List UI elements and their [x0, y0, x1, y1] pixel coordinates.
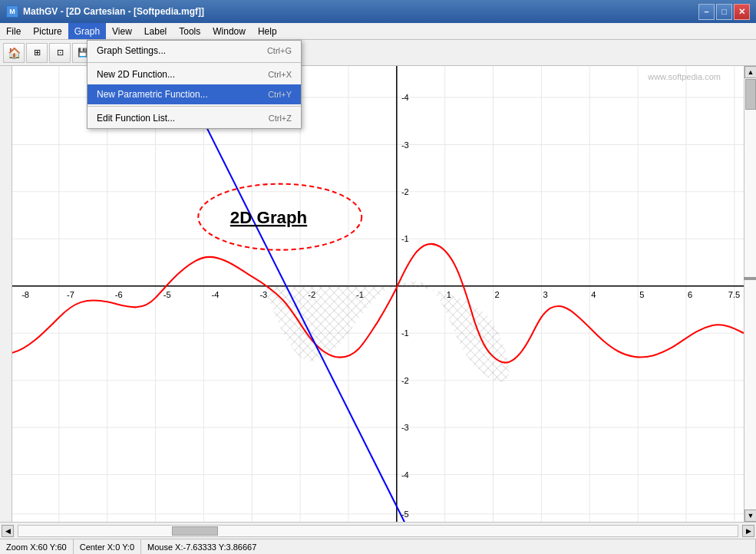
close-button[interactable]: ✕ — [734, 4, 750, 20]
scroll-right-button[interactable]: ▶ — [742, 525, 754, 537]
svg-text:-1: -1 — [401, 328, 409, 338]
dropdown-edit-function-label: Edit Function List... — [97, 113, 175, 124]
maximize-button[interactable]: □ — [716, 4, 732, 20]
svg-text:-4: -4 — [212, 290, 220, 299]
menu-file[interactable]: File — [0, 23, 27, 39]
svg-text:-3: -3 — [401, 423, 409, 432]
svg-text:2: 2 — [495, 290, 500, 299]
menu-window[interactable]: Window — [206, 23, 252, 39]
horizontal-scrollbar[interactable] — [18, 525, 738, 537]
menu-graph[interactable]: Graph — [68, 23, 106, 39]
svg-text:-6: -6 — [115, 290, 123, 299]
svg-text:-5: -5 — [163, 290, 171, 299]
svg-text:-8: -8 — [21, 290, 29, 299]
scroll-up-button[interactable]: ▲ — [744, 66, 756, 78]
title-text: MathGV - [2D Cartesian - [Softpedia.mgf]… — [23, 6, 204, 17]
scroll-track-vertical[interactable] — [744, 78, 756, 509]
svg-text:3: 3 — [543, 290, 547, 299]
dropdown-new-parametric[interactable]: New Parametric Function... Ctrl+Y — [87, 84, 301, 104]
toolbar-new[interactable]: 🏠 — [3, 43, 25, 63]
dropdown-graph-settings-shortcut: Ctrl+G — [267, 46, 292, 55]
scroll-thumb-vertical[interactable] — [745, 79, 756, 110]
menu-picture[interactable]: Picture — [27, 23, 68, 39]
minimize-button[interactable]: – — [698, 4, 715, 20]
menu-view[interactable]: View — [106, 23, 138, 39]
svg-text:6: 6 — [688, 290, 692, 299]
scroll-left-button[interactable]: ◀ — [2, 525, 14, 537]
status-zoom: Zoom X:60 Y:60 — [0, 539, 74, 554]
left-panel — [0, 66, 12, 522]
title-bar-controls: – □ ✕ — [698, 4, 750, 20]
dropdown-new-2d-label: New 2D Function... — [97, 69, 175, 80]
svg-text:4: 4 — [591, 290, 596, 299]
watermark: www.softpedia.com — [648, 72, 721, 81]
dropdown-edit-function[interactable]: Edit Function List... Ctrl+Z — [87, 108, 301, 128]
svg-text:-2: -2 — [401, 187, 409, 196]
dropdown-graph-settings-label: Graph Settings... — [97, 45, 166, 56]
dropdown-graph-settings[interactable]: Graph Settings... Ctrl+G — [87, 41, 301, 61]
graph-dropdown-menu: Graph Settings... Ctrl+G New 2D Function… — [87, 40, 302, 129]
dropdown-edit-function-shortcut: Ctrl+Z — [269, 114, 292, 123]
dropdown-sep1 — [87, 62, 301, 63]
status-mouse: Mouse X:-7.63333 Y:3.86667 — [141, 539, 756, 554]
svg-text:-4: -4 — [401, 93, 409, 102]
dropdown-new-2d-shortcut: Ctrl+X — [268, 70, 292, 79]
bottom-bar: ◀ ▶ — [0, 522, 756, 539]
svg-text:5: 5 — [639, 290, 644, 299]
graph-svg: -8 -7 -6 -5 -4 -3 -2 -1 1 2 3 4 5 6 7.5 … — [12, 66, 744, 522]
dropdown-new-2d[interactable]: New 2D Function... Ctrl+X — [87, 64, 301, 84]
menu-label[interactable]: Label — [138, 23, 173, 39]
status-center: Center X:0 Y:0 — [74, 539, 141, 554]
toolbar-open[interactable]: ⊞ — [26, 43, 48, 63]
main-area: www.softpedia.com — [0, 66, 756, 522]
svg-text:7.5: 7.5 — [728, 290, 740, 299]
menu-bar: File Picture Graph View Label Tools Wind… — [0, 23, 756, 40]
title-bar: M MathGV - [2D Cartesian - [Softpedia.mg… — [0, 0, 756, 23]
dropdown-sep2 — [87, 106, 301, 107]
svg-text:-1: -1 — [401, 234, 409, 243]
toolbar-grid[interactable]: ⊡ — [49, 43, 71, 63]
svg-text:-3: -3 — [401, 140, 409, 149]
app-icon: M — [6, 5, 18, 18]
svg-text:2D Graph: 2D Graph — [230, 208, 307, 227]
scroll-down-button[interactable]: ▼ — [744, 509, 756, 522]
menu-tools[interactable]: Tools — [173, 23, 206, 39]
svg-text:-4: -4 — [401, 470, 409, 480]
graph-area[interactable]: www.softpedia.com — [12, 66, 744, 522]
svg-text:-7: -7 — [67, 290, 74, 299]
dropdown-new-parametric-label: New Parametric Function... — [97, 89, 208, 100]
svg-text:-2: -2 — [401, 376, 409, 385]
right-scrollbar[interactable]: ▲ ▼ — [744, 66, 756, 522]
menu-help[interactable]: Help — [252, 23, 283, 39]
dropdown-new-parametric-shortcut: Ctrl+Y — [268, 90, 292, 99]
status-bar: Zoom X:60 Y:60 Center X:0 Y:0 Mouse X:-7… — [0, 539, 756, 554]
title-bar-left: M MathGV - [2D Cartesian - [Softpedia.mg… — [6, 5, 204, 18]
